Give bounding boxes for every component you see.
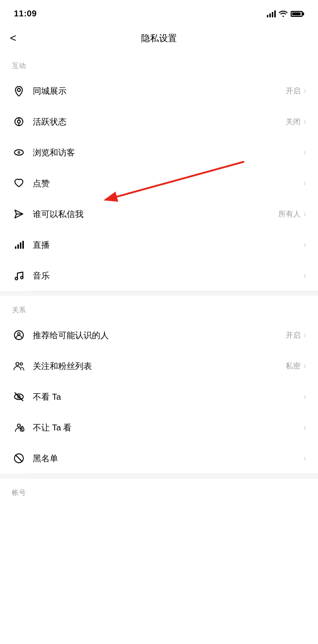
section-header-account: 帐号 bbox=[0, 479, 318, 502]
signal-icon bbox=[267, 10, 276, 17]
status-time: 11:09 bbox=[14, 9, 37, 19]
live-icon bbox=[12, 238, 26, 252]
svg-rect-9 bbox=[15, 246, 16, 249]
svg-rect-12 bbox=[22, 241, 24, 249]
browse-chevron: › bbox=[304, 148, 306, 157]
heart-icon bbox=[12, 176, 26, 190]
svg-point-0 bbox=[17, 88, 20, 91]
svg-point-18 bbox=[20, 363, 23, 365]
hide-icon bbox=[12, 390, 26, 404]
eye-icon bbox=[12, 145, 26, 159]
menu-item-recommend[interactable]: 推荐给可能认识的人 开启 › bbox=[0, 320, 318, 351]
active-chevron: › bbox=[304, 117, 306, 126]
nearby-value: 开启 bbox=[286, 86, 301, 96]
svg-point-17 bbox=[16, 362, 19, 365]
status-icons bbox=[267, 10, 304, 18]
followlist-value: 私密 bbox=[286, 361, 301, 371]
live-label: 直播 bbox=[33, 239, 301, 251]
menu-item-like[interactable]: 点赞 › bbox=[0, 168, 318, 199]
people-icon bbox=[12, 359, 26, 373]
blacklist-chevron: › bbox=[304, 454, 306, 463]
menu-item-browse[interactable]: 浏览和访客 › bbox=[0, 137, 318, 168]
like-label: 点赞 bbox=[33, 178, 301, 189]
message-label: 谁可以私信我 bbox=[33, 209, 278, 220]
active-icon bbox=[12, 115, 26, 129]
active-value: 关闭 bbox=[286, 117, 301, 127]
like-chevron: › bbox=[304, 179, 306, 188]
svg-rect-11 bbox=[20, 242, 21, 249]
location-icon bbox=[12, 84, 26, 98]
section-divider-2 bbox=[0, 474, 318, 479]
message-value: 所有人 bbox=[278, 210, 301, 219]
menu-item-active[interactable]: 活跃状态 关闭 › bbox=[0, 106, 318, 137]
blacklist-label: 黑名单 bbox=[33, 453, 301, 464]
battery-icon bbox=[291, 11, 304, 17]
svg-point-2 bbox=[17, 120, 20, 123]
svg-point-24 bbox=[22, 429, 23, 430]
svg-point-14 bbox=[21, 277, 23, 279]
menu-item-blacklist[interactable]: 黑名单 › bbox=[0, 443, 318, 474]
status-bar: 11:09 bbox=[0, 0, 318, 25]
menu-item-message[interactable]: 谁可以私信我 所有人 › bbox=[0, 199, 318, 229]
section-header-interaction: 互动 bbox=[0, 52, 318, 75]
lock-person-icon bbox=[12, 421, 26, 434]
message-chevron: › bbox=[304, 210, 306, 218]
svg-line-26 bbox=[16, 455, 22, 462]
followlist-chevron: › bbox=[304, 361, 306, 370]
live-chevron: › bbox=[304, 240, 306, 249]
menu-item-nearby[interactable]: 同城展示 开启 › bbox=[0, 75, 318, 106]
back-button[interactable]: < bbox=[10, 32, 16, 45]
music-icon bbox=[12, 269, 26, 283]
followlist-label: 关注和粉丝列表 bbox=[33, 360, 286, 372]
nearby-label: 同城展示 bbox=[33, 85, 286, 97]
block-icon bbox=[12, 451, 26, 465]
hideta-chevron: › bbox=[304, 392, 306, 401]
person-circle-icon bbox=[12, 328, 26, 342]
nav-bar: < 隐私设置 bbox=[0, 25, 318, 52]
blockvision-chevron: › bbox=[304, 423, 306, 432]
menu-item-live[interactable]: 直播 › bbox=[0, 229, 318, 260]
active-label: 活跃状态 bbox=[33, 116, 286, 128]
menu-item-blockvision[interactable]: 不让 Ta 看 › bbox=[0, 412, 318, 443]
recommend-value: 开启 bbox=[286, 331, 301, 340]
wifi-icon bbox=[279, 10, 288, 18]
menu-item-music[interactable]: 音乐 › bbox=[0, 260, 318, 291]
message-icon bbox=[12, 207, 26, 221]
svg-point-22 bbox=[17, 424, 20, 427]
menu-item-hideta[interactable]: 不看 Ta › bbox=[0, 381, 318, 412]
svg-rect-10 bbox=[17, 244, 19, 249]
svg-point-7 bbox=[18, 152, 19, 153]
section-divider-1 bbox=[0, 291, 318, 296]
svg-point-13 bbox=[15, 278, 18, 280]
music-chevron: › bbox=[304, 271, 306, 280]
music-label: 音乐 bbox=[33, 270, 301, 282]
recommend-label: 推荐给可能认识的人 bbox=[33, 330, 286, 341]
nearby-chevron: › bbox=[304, 86, 306, 95]
browse-label: 浏览和访客 bbox=[33, 147, 301, 158]
recommend-chevron: › bbox=[304, 331, 306, 340]
page-title: 隐私设置 bbox=[141, 32, 177, 44]
section-header-relationship: 关系 bbox=[0, 296, 318, 320]
svg-point-16 bbox=[18, 333, 20, 335]
hideta-label: 不看 Ta bbox=[33, 391, 301, 403]
blockvision-label: 不让 Ta 看 bbox=[33, 422, 301, 433]
menu-item-followlist[interactable]: 关注和粉丝列表 私密 › bbox=[0, 351, 318, 381]
